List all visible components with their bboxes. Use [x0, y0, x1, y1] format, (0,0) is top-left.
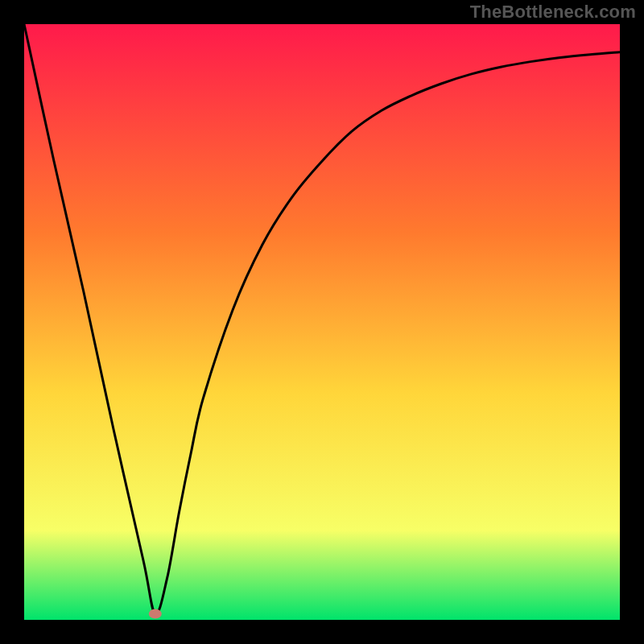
gradient-background	[24, 24, 620, 620]
chart-svg	[24, 24, 620, 620]
chart-frame: TheBottleneck.com	[0, 0, 644, 644]
optimal-point-marker	[149, 609, 162, 619]
attribution-text: TheBottleneck.com	[470, 2, 636, 23]
plot-area	[24, 24, 620, 620]
